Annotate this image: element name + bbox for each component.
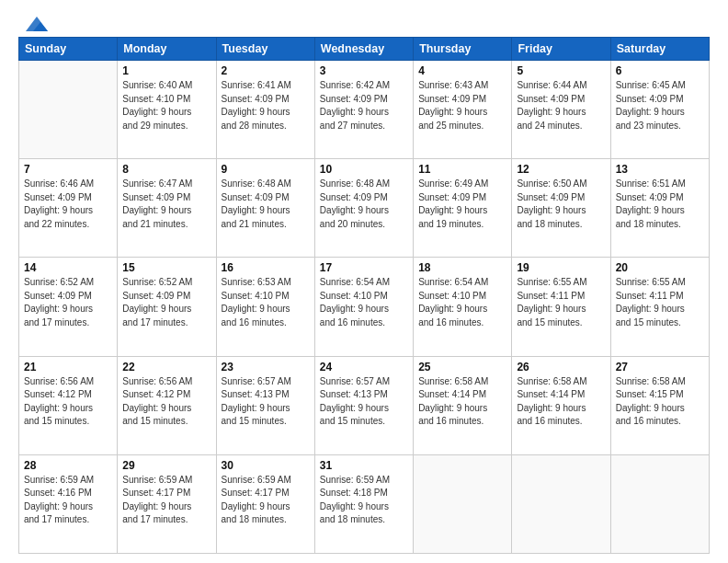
calendar-cell: 4Sunrise: 6:43 AM Sunset: 4:09 PM Daylig… xyxy=(414,61,512,159)
day-info: Sunrise: 6:46 AM Sunset: 4:09 PM Dayligh… xyxy=(24,178,112,231)
day-number: 7 xyxy=(24,163,112,176)
day-info: Sunrise: 6:57 AM Sunset: 4:13 PM Dayligh… xyxy=(320,375,408,429)
day-info: Sunrise: 6:51 AM Sunset: 4:09 PM Dayligh… xyxy=(616,178,704,231)
day-header-friday: Friday xyxy=(512,38,610,61)
day-number: 23 xyxy=(222,361,310,373)
calendar-cell: 22Sunrise: 6:56 AM Sunset: 4:12 PM Dayli… xyxy=(118,356,216,454)
day-info: Sunrise: 6:59 AM Sunset: 4:17 PM Dayligh… xyxy=(122,474,210,527)
calendar-week-row: 7Sunrise: 6:46 AM Sunset: 4:09 PM Daylig… xyxy=(19,159,710,258)
calendar-cell: 11Sunrise: 6:49 AM Sunset: 4:09 PM Dayli… xyxy=(414,159,512,258)
calendar-cell: 1Sunrise: 6:40 AM Sunset: 4:10 PM Daylig… xyxy=(118,61,216,159)
day-number: 4 xyxy=(418,64,506,77)
calendar-cell: 14Sunrise: 6:52 AM Sunset: 4:09 PM Dayli… xyxy=(19,258,118,356)
day-number: 14 xyxy=(24,261,112,274)
day-number: 17 xyxy=(320,261,408,274)
day-info: Sunrise: 6:48 AM Sunset: 4:09 PM Dayligh… xyxy=(320,178,408,231)
calendar-cell: 28Sunrise: 6:59 AM Sunset: 4:16 PM Dayli… xyxy=(19,454,118,553)
calendar-cell: 20Sunrise: 6:55 AM Sunset: 4:11 PM Dayli… xyxy=(610,258,709,356)
day-number: 6 xyxy=(616,64,704,77)
day-info: Sunrise: 6:52 AM Sunset: 4:09 PM Dayligh… xyxy=(24,276,112,329)
day-number: 10 xyxy=(320,163,408,176)
calendar-cell: 26Sunrise: 6:58 AM Sunset: 4:14 PM Dayli… xyxy=(512,356,610,454)
header xyxy=(18,15,710,28)
day-number: 19 xyxy=(517,261,605,274)
day-number: 1 xyxy=(122,64,210,77)
calendar-cell: 9Sunrise: 6:48 AM Sunset: 4:09 PM Daylig… xyxy=(216,159,314,258)
day-info: Sunrise: 6:59 AM Sunset: 4:18 PM Dayligh… xyxy=(320,474,408,527)
calendar-week-row: 1Sunrise: 6:40 AM Sunset: 4:10 PM Daylig… xyxy=(19,61,710,159)
logo-icon xyxy=(20,15,53,35)
calendar-cell: 17Sunrise: 6:54 AM Sunset: 4:10 PM Dayli… xyxy=(314,258,413,356)
day-info: Sunrise: 6:41 AM Sunset: 4:09 PM Dayligh… xyxy=(222,79,310,132)
day-number: 18 xyxy=(418,261,506,274)
day-header-sunday: Sunday xyxy=(19,38,118,61)
day-info: Sunrise: 6:44 AM Sunset: 4:09 PM Dayligh… xyxy=(517,79,605,132)
day-info: Sunrise: 6:56 AM Sunset: 4:12 PM Dayligh… xyxy=(24,375,112,429)
day-info: Sunrise: 6:54 AM Sunset: 4:10 PM Dayligh… xyxy=(320,276,408,329)
day-number: 24 xyxy=(320,361,408,373)
day-number: 21 xyxy=(24,361,112,373)
day-info: Sunrise: 6:58 AM Sunset: 4:15 PM Dayligh… xyxy=(616,375,704,429)
day-number: 29 xyxy=(122,459,210,472)
calendar-cell xyxy=(512,454,610,553)
day-number: 9 xyxy=(222,163,310,176)
page: SundayMondayTuesdayWednesdayThursdayFrid… xyxy=(0,0,728,563)
day-number: 5 xyxy=(517,64,605,77)
calendar-cell: 13Sunrise: 6:51 AM Sunset: 4:09 PM Dayli… xyxy=(610,159,709,258)
day-number: 13 xyxy=(616,163,704,176)
day-header-tuesday: Tuesday xyxy=(216,38,314,61)
day-number: 25 xyxy=(418,361,506,373)
calendar-header-row: SundayMondayTuesdayWednesdayThursdayFrid… xyxy=(19,38,710,61)
calendar-cell xyxy=(610,454,709,553)
day-header-saturday: Saturday xyxy=(610,38,709,61)
day-header-wednesday: Wednesday xyxy=(314,38,413,61)
day-info: Sunrise: 6:42 AM Sunset: 4:09 PM Dayligh… xyxy=(320,79,408,132)
calendar-cell: 21Sunrise: 6:56 AM Sunset: 4:12 PM Dayli… xyxy=(19,356,118,454)
calendar-cell: 3Sunrise: 6:42 AM Sunset: 4:09 PM Daylig… xyxy=(314,61,413,159)
day-info: Sunrise: 6:49 AM Sunset: 4:09 PM Dayligh… xyxy=(418,178,506,231)
day-header-monday: Monday xyxy=(118,38,216,61)
day-info: Sunrise: 6:50 AM Sunset: 4:09 PM Dayligh… xyxy=(517,178,605,231)
calendar-week-row: 14Sunrise: 6:52 AM Sunset: 4:09 PM Dayli… xyxy=(19,258,710,356)
day-info: Sunrise: 6:57 AM Sunset: 4:13 PM Dayligh… xyxy=(222,375,310,429)
day-info: Sunrise: 6:54 AM Sunset: 4:10 PM Dayligh… xyxy=(418,276,506,329)
calendar-cell: 7Sunrise: 6:46 AM Sunset: 4:09 PM Daylig… xyxy=(19,159,118,258)
calendar-week-row: 21Sunrise: 6:56 AM Sunset: 4:12 PM Dayli… xyxy=(19,356,710,454)
calendar-cell: 19Sunrise: 6:55 AM Sunset: 4:11 PM Dayli… xyxy=(512,258,610,356)
day-info: Sunrise: 6:45 AM Sunset: 4:09 PM Dayligh… xyxy=(616,79,704,132)
calendar-cell: 29Sunrise: 6:59 AM Sunset: 4:17 PM Dayli… xyxy=(118,454,216,553)
logo xyxy=(18,15,53,28)
calendar-cell: 30Sunrise: 6:59 AM Sunset: 4:17 PM Dayli… xyxy=(216,454,314,553)
calendar-cell: 25Sunrise: 6:58 AM Sunset: 4:14 PM Dayli… xyxy=(414,356,512,454)
calendar-cell: 6Sunrise: 6:45 AM Sunset: 4:09 PM Daylig… xyxy=(610,61,709,159)
day-number: 30 xyxy=(222,459,310,472)
day-number: 12 xyxy=(517,163,605,176)
calendar-cell: 27Sunrise: 6:58 AM Sunset: 4:15 PM Dayli… xyxy=(610,356,709,454)
day-info: Sunrise: 6:59 AM Sunset: 4:17 PM Dayligh… xyxy=(222,474,310,527)
day-number: 3 xyxy=(320,64,408,77)
calendar-cell: 8Sunrise: 6:47 AM Sunset: 4:09 PM Daylig… xyxy=(118,159,216,258)
day-number: 20 xyxy=(616,261,704,274)
day-info: Sunrise: 6:52 AM Sunset: 4:09 PM Dayligh… xyxy=(122,276,210,329)
day-number: 15 xyxy=(122,261,210,274)
calendar-cell: 5Sunrise: 6:44 AM Sunset: 4:09 PM Daylig… xyxy=(512,61,610,159)
calendar-cell: 12Sunrise: 6:50 AM Sunset: 4:09 PM Dayli… xyxy=(512,159,610,258)
calendar-cell: 10Sunrise: 6:48 AM Sunset: 4:09 PM Dayli… xyxy=(314,159,413,258)
day-info: Sunrise: 6:59 AM Sunset: 4:16 PM Dayligh… xyxy=(24,474,112,527)
day-number: 11 xyxy=(418,163,506,176)
day-info: Sunrise: 6:40 AM Sunset: 4:10 PM Dayligh… xyxy=(122,79,210,132)
day-number: 16 xyxy=(222,261,310,274)
day-number: 31 xyxy=(320,459,408,472)
calendar-week-row: 28Sunrise: 6:59 AM Sunset: 4:16 PM Dayli… xyxy=(19,454,710,553)
day-info: Sunrise: 6:58 AM Sunset: 4:14 PM Dayligh… xyxy=(517,375,605,429)
day-info: Sunrise: 6:55 AM Sunset: 4:11 PM Dayligh… xyxy=(616,276,704,329)
calendar-cell: 18Sunrise: 6:54 AM Sunset: 4:10 PM Dayli… xyxy=(414,258,512,356)
day-number: 8 xyxy=(122,163,210,176)
calendar-table: SundayMondayTuesdayWednesdayThursdayFrid… xyxy=(18,37,710,554)
day-info: Sunrise: 6:55 AM Sunset: 4:11 PM Dayligh… xyxy=(517,276,605,329)
calendar-cell: 31Sunrise: 6:59 AM Sunset: 4:18 PM Dayli… xyxy=(314,454,413,553)
calendar-cell xyxy=(19,61,118,159)
day-header-thursday: Thursday xyxy=(414,38,512,61)
calendar-cell: 2Sunrise: 6:41 AM Sunset: 4:09 PM Daylig… xyxy=(216,61,314,159)
calendar-cell: 16Sunrise: 6:53 AM Sunset: 4:10 PM Dayli… xyxy=(216,258,314,356)
